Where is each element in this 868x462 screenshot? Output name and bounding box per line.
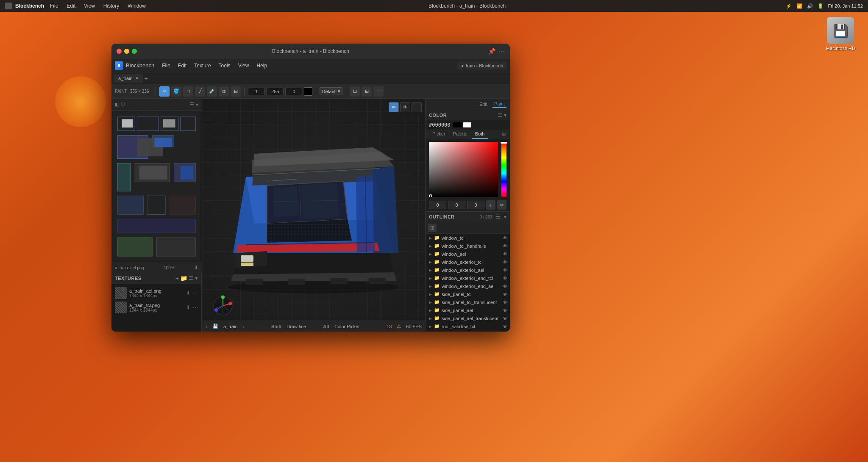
vp-view-btn[interactable]: 👁	[400, 102, 410, 112]
eye-icon-3[interactable]: 👁	[503, 260, 507, 265]
tab-paint[interactable]: Paint	[492, 100, 506, 108]
expand-icon-1[interactable]: ▶	[428, 244, 432, 248]
color-tab-picker[interactable]: Picker	[429, 130, 449, 139]
texture-export-0[interactable]: ⬇	[186, 290, 190, 296]
eye-icon-8[interactable]: 👁	[503, 300, 507, 305]
list-item-9[interactable]: ▶ 📁 side_panel_ael 👁	[426, 306, 510, 314]
color-settings-icon[interactable]: ⚙	[501, 131, 506, 138]
list-item-11[interactable]: ▶ 📁 roof_window_tcl 👁	[426, 322, 510, 330]
mode-dropdown[interactable]: Default ▾	[320, 87, 342, 95]
menu-file[interactable]: File	[47, 2, 61, 10]
color-hex-value[interactable]: #000000	[429, 122, 451, 128]
list-item-4[interactable]: ▶ 📁 window_exterior_ael 👁	[426, 266, 510, 274]
viewport[interactable]: ✏ 👁 ⋯	[202, 99, 425, 332]
rgb-b-input[interactable]	[467, 201, 484, 209]
outliner-grid-btn[interactable]: ⊞	[428, 224, 437, 232]
pencil-tool-btn[interactable]: ✏	[159, 86, 170, 97]
value1-input[interactable]	[248, 88, 265, 95]
uv-collapse-icon[interactable]: ▾	[196, 102, 198, 108]
expand-icon-9[interactable]: ▶	[428, 308, 432, 313]
traffic-lights[interactable]	[117, 49, 137, 54]
expand-icon-0[interactable]: ▶	[428, 236, 432, 240]
expand-icon-7[interactable]: ▶	[428, 292, 432, 296]
rgb-g-input[interactable]	[448, 201, 465, 209]
grid-btn[interactable]: ⊞	[231, 86, 241, 97]
eye-icon-0[interactable]: 👁	[503, 235, 507, 241]
texture-item-1[interactable]: a_train_tcl.png 1344 x 1344px ⬇ ⋯	[113, 300, 200, 315]
color-tab-palette[interactable]: Palette	[450, 130, 471, 139]
outliner-list[interactable]: ▶ 📁 window_tcl 👁 ▶ 📁 window_tcl_handrail…	[426, 234, 510, 332]
menu-view[interactable]: View	[81, 2, 97, 10]
texture-more-1[interactable]: ⋯	[193, 304, 198, 310]
color-tab-both[interactable]: Both	[472, 130, 488, 139]
menu-tools[interactable]: Tools	[215, 61, 234, 70]
eye-icon-2[interactable]: 👁	[503, 252, 507, 257]
menu-window[interactable]: Window	[125, 2, 148, 10]
extra-btn-1[interactable]: ⊡	[350, 86, 360, 97]
eye-icon-9[interactable]: 👁	[503, 308, 507, 313]
expand-icon-11[interactable]: ▶	[428, 324, 432, 329]
close-button[interactable]	[117, 49, 122, 54]
list-item-8[interactable]: ▶ 📁 side_panel_tcl_translucent 👁	[426, 298, 510, 306]
add-folder-icon[interactable]: 📁	[180, 275, 187, 282]
rgb-r-input[interactable]	[429, 201, 446, 209]
fill-tool-btn[interactable]: 🪣	[171, 86, 181, 97]
add-texture-icon[interactable]: +	[175, 275, 179, 282]
list-item-6[interactable]: ▶ 📁 window_exterior_end_ael 👁	[426, 282, 510, 290]
expand-icon-8[interactable]: ▶	[428, 300, 432, 304]
list-item-1[interactable]: ▶ 📁 window_tcl_handrails 👁	[426, 242, 510, 250]
eye-icon-11[interactable]: 👁	[503, 324, 507, 329]
menu-file[interactable]: File	[159, 61, 173, 70]
menu-texture[interactable]: Texture	[191, 61, 214, 70]
more-icon[interactable]: ⋯	[499, 48, 505, 55]
color-pick-btn[interactable]: 💉	[207, 86, 217, 97]
menu-view[interactable]: View	[235, 61, 253, 70]
eyedropper-btn[interactable]: ✏	[497, 200, 506, 210]
uv-export-icon[interactable]: ⬇	[194, 265, 198, 271]
eye-icon-4[interactable]: 👁	[503, 268, 507, 273]
color-gradient[interactable]	[429, 142, 498, 197]
eye-icon-10[interactable]: 👁	[503, 316, 507, 321]
erase-tool-btn[interactable]: ◻	[183, 86, 193, 97]
list-item-3[interactable]: ▶ 📁 window_exterior_tcl 👁	[426, 258, 510, 266]
outliner-collapse-icon[interactable]: ▾	[504, 214, 506, 220]
menu-edit[interactable]: Edit	[64, 2, 78, 10]
menu-help[interactable]: Help	[253, 61, 270, 70]
tab-close-icon[interactable]: ✕	[135, 76, 139, 80]
expand-icon-5[interactable]: ▶	[428, 276, 432, 280]
line-tool-btn[interactable]: ╱	[195, 86, 205, 97]
menu-history[interactable]: History	[101, 2, 122, 10]
value3-input[interactable]	[285, 88, 302, 95]
list-item-0[interactable]: ▶ 📁 window_tcl 👁	[426, 234, 510, 242]
add-color-btn[interactable]: +	[486, 200, 495, 210]
expand-icon-6[interactable]: ▶	[428, 284, 432, 288]
vp-more-btn[interactable]: ⋯	[412, 102, 422, 112]
nav-next[interactable]: ›	[243, 324, 245, 329]
tab-edit[interactable]: Edit	[478, 101, 489, 108]
copy-btn[interactable]: ⧉	[219, 86, 229, 97]
color-swatch[interactable]	[304, 87, 312, 96]
uv-menu-icon[interactable]: ☰	[189, 102, 194, 108]
eye-icon-1[interactable]: 👁	[503, 243, 507, 249]
swatch-white[interactable]	[463, 122, 471, 127]
menu-edit[interactable]: Edit	[175, 61, 190, 70]
expand-icon-4[interactable]: ▶	[428, 268, 432, 272]
eye-icon-5[interactable]: 👁	[503, 276, 507, 281]
texture-more-0[interactable]: ⋯	[193, 290, 198, 296]
color-menu-icon[interactable]: ☰	[498, 112, 502, 118]
extra-btn-2[interactable]: ⊞	[362, 86, 372, 97]
minimize-button[interactable]	[124, 49, 129, 54]
maximize-button[interactable]	[132, 49, 137, 54]
list-item-2[interactable]: ▶ 📁 window_ael 👁	[426, 250, 510, 258]
tab-a-train[interactable]: a_train ✕	[114, 74, 143, 83]
texture-export-1[interactable]: ⬇	[186, 304, 190, 310]
extra-btn-3[interactable]: ⋯	[373, 86, 384, 97]
vp-paint-mode-btn[interactable]: ✏	[389, 102, 399, 112]
eye-icon-6[interactable]: 👁	[503, 284, 507, 289]
swatch-black[interactable]	[453, 122, 462, 127]
list-item-5[interactable]: ▶ 📁 window_exterior_end_tcl 👁	[426, 274, 510, 282]
hue-slider[interactable]	[501, 142, 506, 197]
list-item-10[interactable]: ▶ 📁 side_panel_ael_translucent 👁	[426, 314, 510, 322]
list-item-7[interactable]: ▶ 📁 side_panel_tcl 👁	[426, 290, 510, 298]
panel-icon-1[interactable]: ◧	[115, 102, 119, 107]
